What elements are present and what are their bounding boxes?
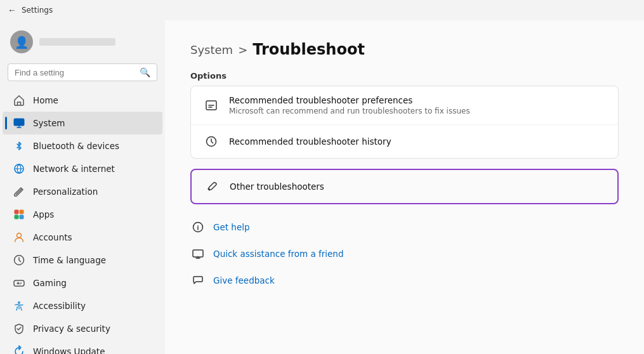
apps-nav-icon: [13, 208, 25, 221]
user-profile: 👤: [0, 25, 165, 63]
recommended-history-title: Recommended troubleshooter history: [229, 136, 391, 147]
sidebar-item-home[interactable]: Home: [3, 89, 162, 112]
user-name-placeholder: [39, 38, 115, 46]
give-feedback-item[interactable]: Give feedback: [190, 268, 619, 293]
nav-items: HomeSystemBluetooth & devicesNetwork & i…: [0, 89, 165, 354]
breadcrumb-separator: >: [238, 43, 247, 56]
time-nav-label: Time & language: [33, 255, 152, 265]
get-help-label: Get help: [213, 222, 250, 232]
sidebar: 👤 🔍 HomeSystemBluetooth & devicesNetwork…: [0, 20, 165, 354]
system-nav-icon: [13, 117, 25, 129]
main-layout: 👤 🔍 HomeSystemBluetooth & devicesNetwork…: [0, 20, 644, 354]
breadcrumb-current: Troubleshoot: [253, 41, 365, 58]
sidebar-item-accounts[interactable]: Accounts: [3, 226, 162, 249]
option-other-troubleshooters[interactable]: Other troubleshooters: [192, 170, 617, 203]
other-troubleshooters-title: Other troubleshooters: [230, 181, 324, 192]
give-feedback-icon: [190, 273, 206, 288]
personalization-nav-icon: [13, 185, 25, 198]
svg-rect-3: [15, 210, 18, 214]
system-nav-label: System: [33, 118, 152, 128]
avatar: 👤: [10, 30, 33, 53]
sidebar-item-time[interactable]: Time & language: [3, 249, 162, 272]
bluetooth-nav-icon: [13, 140, 25, 152]
recommended-preferences-subtitle: Microsoft can recommend and run troubles…: [229, 107, 470, 115]
svg-point-10: [18, 301, 20, 304]
accessibility-nav-icon: [13, 299, 25, 312]
content-area: System > Troubleshoot Options Recommende…: [165, 20, 644, 354]
get-help-icon: [190, 220, 206, 235]
title-bar-text: Settings: [22, 6, 53, 15]
options-label: Options: [190, 71, 619, 81]
svg-rect-0: [14, 119, 24, 126]
svg-point-7: [17, 233, 22, 238]
sidebar-item-network[interactable]: Network & internet: [3, 157, 162, 180]
accessibility-nav-label: Accessibility: [33, 301, 152, 311]
privacy-nav-label: Privacy & security: [33, 324, 152, 334]
recommended-preferences-text: Recommended troubleshooter preferences M…: [229, 95, 470, 115]
gaming-nav-label: Gaming: [33, 278, 152, 288]
home-nav-icon: [13, 94, 25, 107]
search-box[interactable]: 🔍: [8, 63, 157, 81]
sidebar-item-system[interactable]: System: [3, 112, 162, 134]
sidebar-item-update[interactable]: Windows Update: [3, 340, 162, 354]
sidebar-item-accessibility[interactable]: Accessibility: [3, 294, 162, 317]
quick-assistance-label: Quick assistance from a friend: [213, 249, 344, 259]
option-recommended-preferences[interactable]: Recommended troubleshooter preferences M…: [191, 86, 618, 125]
bluetooth-nav-label: Bluetooth & devices: [33, 141, 152, 151]
options-card: Recommended troubleshooter preferences M…: [190, 86, 619, 159]
other-troubleshooters-wrapper: Other troubleshooters: [190, 169, 619, 204]
sidebar-item-personalization[interactable]: Personalization: [3, 180, 162, 203]
sidebar-item-apps[interactable]: Apps: [3, 203, 162, 226]
update-nav-icon: [13, 345, 25, 354]
time-nav-icon: [13, 254, 25, 266]
network-nav-icon: [13, 162, 25, 175]
breadcrumb: System > Troubleshoot: [190, 41, 619, 58]
recommended-history-text: Recommended troubleshooter history: [229, 136, 391, 147]
recommended-preferences-icon: [204, 98, 219, 113]
apps-nav-label: Apps: [33, 209, 152, 220]
update-nav-label: Windows Update: [33, 346, 152, 354]
accounts-nav-icon: [13, 231, 25, 244]
other-troubleshooters-icon: [204, 179, 220, 194]
gaming-nav-icon: [13, 277, 25, 289]
link-items: Get help Quick assistance from a friend: [190, 214, 619, 293]
svg-rect-6: [20, 215, 23, 219]
sidebar-item-bluetooth[interactable]: Bluetooth & devices: [3, 134, 162, 157]
back-button[interactable]: ←: [8, 5, 16, 15]
svg-rect-5: [15, 215, 18, 219]
svg-rect-4: [20, 210, 23, 214]
give-feedback-label: Give feedback: [213, 275, 275, 285]
search-icon: 🔍: [140, 67, 150, 77]
get-help-item[interactable]: Get help: [190, 214, 619, 240]
sidebar-item-privacy[interactable]: Privacy & security: [3, 317, 162, 340]
other-troubleshooters-text: Other troubleshooters: [230, 181, 324, 192]
accounts-nav-label: Accounts: [33, 232, 152, 242]
sidebar-item-gaming[interactable]: Gaming: [3, 272, 162, 294]
breadcrumb-parent: System: [190, 43, 233, 56]
title-bar: ← Settings: [0, 0, 644, 20]
privacy-nav-icon: [13, 322, 25, 335]
home-nav-label: Home: [33, 95, 152, 105]
svg-rect-14: [193, 250, 203, 257]
personalization-nav-label: Personalization: [33, 187, 152, 197]
search-input[interactable]: [15, 68, 135, 77]
recommended-preferences-title: Recommended troubleshooter preferences: [229, 95, 470, 105]
quick-assistance-icon: [190, 246, 206, 261]
recommended-history-icon: [204, 134, 219, 149]
quick-assistance-item[interactable]: Quick assistance from a friend: [190, 241, 619, 266]
option-recommended-history[interactable]: Recommended troubleshooter history: [191, 125, 618, 158]
network-nav-label: Network & internet: [33, 164, 152, 174]
